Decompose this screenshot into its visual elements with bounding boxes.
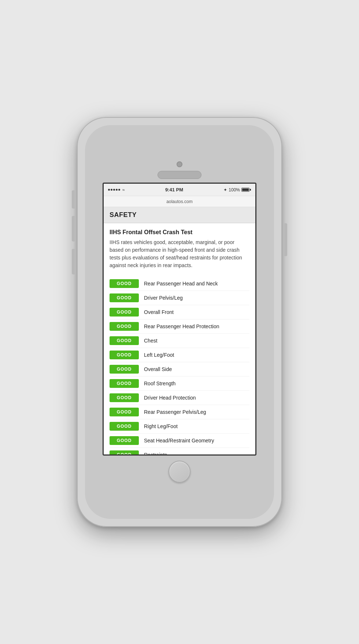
status-time: 9:41 PM [165,187,183,192]
rating-item: GOODOverall Side [110,362,249,377]
rating-item: GOODRear Passenger Head and Neck [110,277,249,291]
rating-badge: GOOD [110,379,139,388]
rating-list: GOODRear Passenger Head and NeckGOODDriv… [110,277,249,454]
rating-badge: GOOD [110,322,139,331]
rating-badge: GOOD [110,393,139,402]
rating-label: Driver Pelvis/Leg [144,295,183,301]
bluetooth-icon: ✦ [223,187,227,192]
rating-badge: GOOD [110,308,139,317]
rating-item: GOODSeat Head/Restraint Geometry [110,434,249,448]
rating-label: Driver Head Protection [144,395,196,401]
phone-inner: ≈ 9:41 PM ✦ 100% aolautos.com [85,125,274,519]
status-left: ≈ [108,187,125,192]
rating-item: GOODDriver Head Protection [110,391,249,405]
rating-label: Overall Side [144,366,172,372]
rating-badge: GOOD [110,450,139,454]
rating-label: Rear Passenger Head and Neck [144,281,218,287]
rating-item: GOODChest [110,334,249,348]
rating-label: Overall Front [144,309,174,315]
rating-badge: GOOD [110,408,139,416]
rating-item: GOODRestraints [110,448,249,454]
rating-label: Rear Passenger Head Protection [144,323,219,329]
rating-item: GOODRear Passenger Head Protection [110,319,249,334]
home-button[interactable] [169,461,190,483]
status-bar: ≈ 9:41 PM ✦ 100% [104,184,255,196]
phone-frame: ≈ 9:41 PM ✦ 100% aolautos.com [77,117,282,527]
rating-item: GOODRight Leg/Foot [110,419,249,434]
screen: ≈ 9:41 PM ✦ 100% aolautos.com [103,183,256,456]
volume-up-button[interactable] [72,216,75,242]
volume-down-button[interactable] [72,249,75,274]
rating-label: Roof Strength [144,381,175,386]
speaker-grille [158,171,201,179]
rating-label: Chest [144,338,158,344]
url-text: aolautos.com [166,199,192,204]
mute-button[interactable] [72,190,75,209]
status-right: ✦ 100% [223,187,251,192]
battery-icon [241,188,251,192]
nav-bar: SAFETY [104,207,255,223]
rating-badge: GOOD [110,365,139,374]
rating-item: GOODDriver Pelvis/Leg [110,291,249,305]
rating-label: Right Leg/Foot [144,423,178,429]
wifi-icon: ≈ [122,187,125,192]
section-description: IIHS rates vehicles good, acceptable, ma… [110,239,249,269]
url-bar[interactable]: aolautos.com [104,196,255,207]
rating-label: Left Leg/Foot [144,352,174,358]
camera-icon [177,161,182,167]
rating-badge: GOOD [110,422,139,431]
rating-badge: GOOD [110,279,139,288]
rating-item: GOODOverall Front [110,305,249,319]
signal-icon [108,189,120,191]
rating-label: Seat Head/Restraint Geometry [144,438,214,443]
rating-badge: GOOD [110,293,139,302]
rating-label: Rear Passenger Pelvis/Leg [144,409,206,415]
rating-badge: GOOD [110,436,139,445]
section-heading: IIHS Frontal Offset Crash Test [110,229,249,236]
rating-item: GOODRear Passenger Pelvis/Leg [110,405,249,419]
content-area[interactable]: IIHS Frontal Offset Crash Test IIHS rate… [104,223,255,454]
power-button[interactable] [284,223,287,256]
page-title: SAFETY [110,211,137,219]
rating-item: GOODRoof Strength [110,377,249,391]
home-button-area [169,456,190,490]
rating-badge: GOOD [110,351,139,359]
rating-label: Restraints [144,452,167,454]
top-area [85,154,274,183]
battery-percent: 100% [229,187,240,192]
rating-item: GOODLeft Leg/Foot [110,348,249,362]
rating-badge: GOOD [110,336,139,345]
